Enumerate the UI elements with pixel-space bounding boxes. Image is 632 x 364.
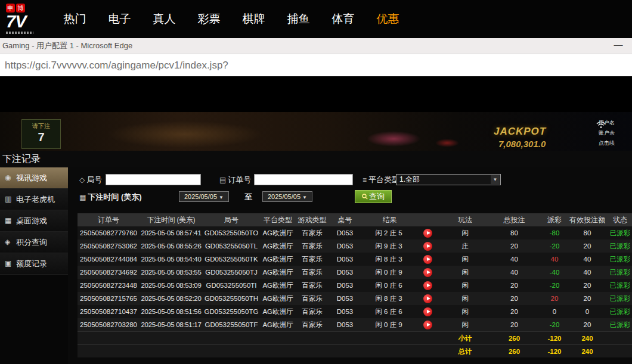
subtotal-row: 小计 260 -120 240 <box>78 331 632 344</box>
cell-payout: -20 <box>543 239 566 253</box>
renew-label: 点击续 <box>599 138 631 148</box>
subtotal-payout: -120 <box>543 332 566 344</box>
cell-table-no: D053 <box>329 318 361 331</box>
sidebar-item-points-query[interactable]: ◈ 积分查询 <box>0 232 68 253</box>
cell-valid-bet: 20 <box>566 239 608 253</box>
play-video-button[interactable] <box>423 294 432 303</box>
cell-total-bet: 40 <box>486 253 543 266</box>
banner-glow-decor <box>107 121 262 148</box>
nav-item-hot[interactable]: 热门 <box>52 11 97 27</box>
sidebar-item-video-games[interactable]: ◉ 视讯游戏 <box>0 167 68 189</box>
nav-item-lottery[interactable]: 彩票 <box>187 11 231 27</box>
play-video-button[interactable] <box>423 268 432 277</box>
cell-order: 250505082744084 <box>78 253 140 266</box>
bet-records-table: 订单号 下注时间 (美东) 局号 平台类型 游戏类型 桌号 结果 玩法 总投注 … <box>78 213 632 357</box>
cell-status: 已派彩 <box>608 253 632 266</box>
header-order: 订单号 <box>78 213 140 226</box>
search-button[interactable]: 查询 <box>355 190 392 203</box>
logo-badges: 申 博 <box>6 4 44 13</box>
cell-order: 250505082753062 <box>78 239 140 253</box>
date-to-picker[interactable]: 2025/05/05 ▼ <box>262 191 312 202</box>
cell-round: GD053255050TF <box>203 318 260 331</box>
cell-platform: AG欧洲厅 <box>260 253 296 266</box>
play-video-button[interactable] <box>423 229 432 238</box>
order-number-input[interactable] <box>254 174 353 185</box>
header-time: 下注时间 (美东) <box>140 213 203 226</box>
nav-item-fishing[interactable]: 捕鱼 <box>276 11 321 27</box>
table-row: 250505082710437 2025-05-05 08:51:56 GD05… <box>78 305 632 318</box>
result-text: 闲 8 庄 3 <box>361 292 416 305</box>
cell-result: 闲 0 庄 9 <box>361 318 444 331</box>
header-payout: 派彩 <box>543 213 566 226</box>
nav-item-promo[interactable]: 优惠 <box>365 11 410 27</box>
cell-result: 闲 8 庄 3 <box>361 253 444 266</box>
cell-total-bet: 20 <box>486 305 543 318</box>
bet-countdown-number: 7 <box>22 130 60 144</box>
cell-platform: AG欧洲厅 <box>260 318 296 331</box>
cell-payout: -20 <box>543 318 566 331</box>
cell-order: 250505082710437 <box>78 305 140 318</box>
nav-item-live[interactable]: 真人 <box>142 11 187 27</box>
chevron-down-icon: ▼ <box>302 195 307 200</box>
sidebar-item-slot-machines[interactable]: ▥ 电子老虎机 <box>0 189 68 210</box>
date-from-picker[interactable]: 2025/05/05 ▼ <box>179 191 229 202</box>
cell-play: 闲 <box>444 253 486 266</box>
cell-time: 2025-05-05 08:54:40 <box>140 253 203 266</box>
nav-item-slots[interactable]: 电子 <box>97 11 142 27</box>
cell-status: 已派彩 <box>608 266 632 279</box>
tag-icon: ◇ <box>79 176 85 184</box>
play-video-button[interactable] <box>423 242 432 251</box>
total-label: 总计 <box>444 345 486 357</box>
username-label: 用户名 <box>599 118 631 128</box>
nav-item-sports[interactable]: 体育 <box>321 11 365 27</box>
header-status: 状态 <box>608 213 632 226</box>
play-video-button[interactable] <box>423 255 432 264</box>
subtotal-valid: 240 <box>566 332 608 344</box>
sidebar-item-credit-records[interactable]: ▣ 额度记录 <box>0 253 68 275</box>
play-video-button[interactable] <box>423 281 432 290</box>
jackpot-value: 7,080,301.0 <box>498 139 546 149</box>
cell-total-bet: 20 <box>486 292 543 305</box>
site-logo[interactable]: 申 博 7V <box>6 2 44 36</box>
nav-item-board[interactable]: 棋牌 <box>231 11 276 27</box>
logo-subtext-decor <box>6 32 33 34</box>
result-text: 闲 8 庄 3 <box>361 253 416 266</box>
spacer <box>78 345 444 357</box>
game-banner: 请下注 7 JACKPOT 7,080,301.0 用户名 账户余 点击续 <box>0 76 632 151</box>
sidebar-item-label: 额度记录 <box>16 259 47 268</box>
address-bar[interactable]: https://gci.7vvvvvv.com/agingame/pcv1/in… <box>5 54 632 76</box>
header-valid-bet: 有效投注额 <box>566 213 608 226</box>
cell-game-type: 百家乐 <box>296 279 329 292</box>
result-text: 闲 0 庄 9 <box>361 318 416 331</box>
cell-table-no: D053 <box>329 305 361 318</box>
order-number-label: ▤订单号 <box>219 174 251 186</box>
cell-result: 闲 2 庄 5 <box>361 226 444 239</box>
table-row: 250505082723448 2025-05-05 08:53:09 GD05… <box>78 279 632 292</box>
table-games-icon: ▦ <box>5 210 11 231</box>
play-video-button[interactable] <box>423 321 432 329</box>
cell-game-type: 百家乐 <box>296 226 329 239</box>
total-valid: 240 <box>566 345 608 357</box>
minimize-button[interactable]: — <box>608 38 628 54</box>
cell-valid-bet: 40 <box>566 266 608 279</box>
cell-game-type: 百家乐 <box>296 266 329 279</box>
cell-round: GD053255050TG <box>203 305 260 318</box>
sidebar-item-table-games[interactable]: ▦ 桌面游戏 <box>0 210 68 232</box>
play-video-button[interactable] <box>423 307 432 316</box>
nav-menu: 热门 电子 真人 彩票 棋牌 捕鱼 体育 优惠 <box>52 11 410 27</box>
header-play: 玩法 <box>444 213 486 226</box>
cell-time: 2025-05-05 08:57:41 <box>140 226 203 239</box>
total-bet: 260 <box>486 345 543 357</box>
cell-valid-bet: 40 <box>566 253 608 266</box>
round-number-input[interactable] <box>106 174 201 185</box>
total-payout: -120 <box>543 345 566 357</box>
cell-table-no: D053 <box>329 292 361 305</box>
cell-total-bet: 20 <box>486 279 543 292</box>
sidebar-item-label: 视讯游戏 <box>16 173 47 182</box>
cell-order: 250505082715765 <box>78 292 140 305</box>
cell-time: 2025-05-05 08:51:56 <box>140 305 203 318</box>
cell-time: 2025-05-05 08:53:09 <box>140 279 203 292</box>
platform-type-select[interactable]: 1.全部 ▼ <box>396 174 501 185</box>
cell-round: GD053255050TK <box>203 253 260 266</box>
header-total-bet: 总投注 <box>486 213 543 226</box>
